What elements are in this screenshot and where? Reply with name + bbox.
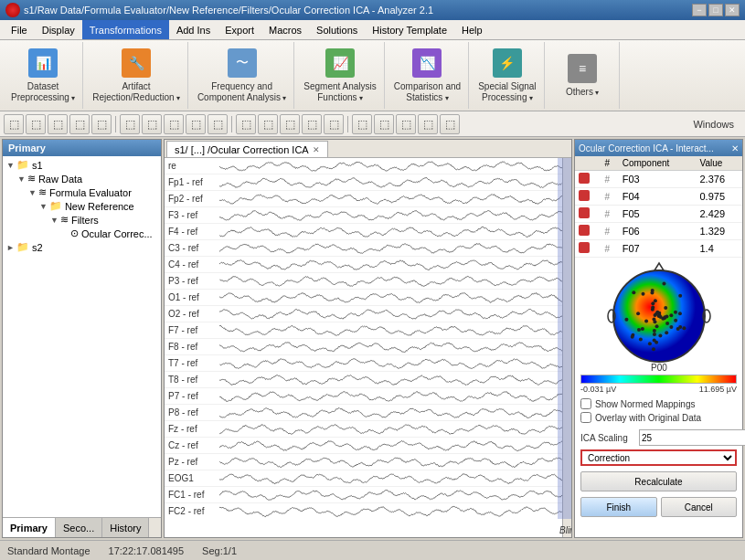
- ribbon-group-1[interactable]: 🔧Artifact Rejection/Reduction ▾: [85, 42, 188, 109]
- svg-point-13: [677, 312, 681, 315]
- channel-signal-3: [219, 208, 562, 223]
- tab-close-button[interactable]: ✕: [313, 145, 320, 154]
- tree-label-2: Formula Evaluator: [49, 187, 132, 198]
- ica-scaling-row: ICA Scaling: [575, 429, 742, 446]
- channel-signal-18: [219, 455, 562, 470]
- menu-item-solutions[interactable]: Solutions: [309, 20, 365, 39]
- ribbon-group-4[interactable]: 📉Comparison and Statistics ▾: [387, 42, 469, 109]
- ica-col-: [575, 156, 601, 171]
- tree-icon-1: ≋: [27, 173, 36, 185]
- eeg-area[interactable]: reFp1 - refFp2 - refF3 - refF4 - refC3 -…: [165, 158, 571, 537]
- toolbar-btn-minus2[interactable]: ⬚: [280, 114, 300, 134]
- menu-item-macros[interactable]: Macros: [261, 20, 309, 39]
- tree-item-6[interactable]: ►📁s2: [5, 240, 159, 254]
- ribbon-group-6[interactable]: ≡Others ▾: [547, 42, 620, 109]
- primary-panel-title: Primary: [8, 143, 46, 153]
- eeg-scrollbar-v[interactable]: [562, 158, 571, 537]
- toolbar-btn-grid5[interactable]: ⬚: [396, 114, 416, 134]
- ica-component-3: F06: [619, 223, 697, 240]
- ribbon-group-5[interactable]: ⚡Special Signal Processing ▾: [471, 42, 544, 109]
- windows-section: Windows: [686, 119, 741, 130]
- toolbar-btn-grid7[interactable]: ⬚: [440, 114, 460, 134]
- menu-item-transformations[interactable]: Transformations: [82, 20, 169, 39]
- toolbar-btn-paste[interactable]: ⬚: [120, 114, 140, 134]
- menu-item-help[interactable]: Help: [454, 20, 490, 39]
- svg-point-43: [652, 333, 655, 336]
- panel-tab-primary[interactable]: Primary: [3, 518, 56, 537]
- menu-item-display[interactable]: Display: [35, 20, 82, 39]
- ica-row-2[interactable]: #F052.429: [575, 206, 742, 223]
- svg-point-50: [630, 335, 633, 339]
- minimize-button[interactable]: −: [692, 4, 707, 16]
- primary-panel-header: Primary: [3, 140, 161, 156]
- channel-signal-21: [219, 504, 562, 519]
- ica-hash-1: #: [601, 188, 618, 206]
- tree-item-1[interactable]: ▼≋Raw Data: [5, 172, 159, 185]
- toolbar-btn-grid2[interactable]: ⬚: [324, 114, 344, 134]
- svg-point-53: [663, 315, 666, 319]
- tree-area[interactable]: ▼📁s1▼≋Raw Data▼≋Formula Evaluator▼📁New R…: [3, 156, 161, 517]
- channel-signal-13: [219, 373, 562, 387]
- channel-signal-14: [219, 389, 562, 404]
- toolbar-btn-copy[interactable]: ⬚: [91, 114, 112, 134]
- channel-row-10: F7 - ref: [165, 322, 562, 339]
- tree-item-2[interactable]: ▼≋Formula Evaluator: [5, 185, 159, 199]
- ica-row-0[interactable]: #F032.376: [575, 171, 742, 188]
- svg-point-5: [662, 282, 665, 286]
- ica-row-4[interactable]: #F071.4: [575, 240, 742, 258]
- toolbar-btn-minus[interactable]: ⬚: [236, 114, 256, 134]
- eeg-channels-container[interactable]: reFp1 - refFp2 - refF3 - refF4 - refC3 -…: [165, 158, 562, 519]
- tree-item-0[interactable]: ▼📁s1: [5, 158, 159, 172]
- menu-item-export[interactable]: Export: [218, 20, 261, 39]
- ica-panel-close[interactable]: ✕: [731, 143, 739, 153]
- ribbon-group-3[interactable]: 📈Segment Analysis Functions ▾: [296, 42, 385, 109]
- ribbon-group-0[interactable]: 📊Dataset Preprocessing ▾: [4, 42, 83, 109]
- toolbar-btn-grid6[interactable]: ⬚: [418, 114, 438, 134]
- toolbar-btn-grid3[interactable]: ⬚: [352, 114, 372, 134]
- panel-tab-seco[interactable]: Seco...: [56, 518, 102, 537]
- close-button[interactable]: ✕: [725, 4, 740, 16]
- checkbox-showNormedMappings[interactable]: [580, 398, 591, 409]
- svg-point-52: [651, 301, 655, 305]
- channel-signal-2: [219, 192, 562, 206]
- tree-item-4[interactable]: ▼≋Filters: [5, 213, 159, 227]
- menu-item-file[interactable]: File: [4, 20, 35, 39]
- ribbon-group-2[interactable]: 〜Frequency and Component Analysis ▾: [190, 42, 294, 109]
- ica-scaling-input[interactable]: [639, 429, 745, 446]
- toolbar-btn-cut[interactable]: ⬚: [69, 114, 90, 134]
- toolbar-btn-undo[interactable]: ⬚: [4, 114, 24, 134]
- status-bar: Standard Montage 17:22:17.081495 Seg:1/1: [0, 540, 745, 560]
- toolbar-btn-zoom[interactable]: ⬚: [48, 114, 68, 134]
- menu-item-history-template[interactable]: History Template: [365, 20, 454, 39]
- menu-item-add-ins[interactable]: Add Ins: [169, 20, 218, 39]
- channel-row-16: Fz - ref: [165, 421, 562, 438]
- toolbar-btn-forward[interactable]: ⬚: [164, 114, 184, 134]
- panel-tab-history[interactable]: History: [102, 518, 149, 537]
- recalculate-button[interactable]: Recalculate: [580, 471, 737, 491]
- option-row-overlayWithOriginal: Overlay with Original Data: [580, 412, 737, 423]
- toolbar-btn-draw[interactable]: ⬚: [186, 114, 206, 134]
- ribbon-arrow-2: ▾: [281, 94, 286, 102]
- cancel-button[interactable]: Cancel: [661, 497, 738, 517]
- toolbar-btn-plus2[interactable]: ⬚: [258, 114, 278, 134]
- svg-point-22: [674, 319, 677, 322]
- ica-row-3[interactable]: #F061.329: [575, 223, 742, 240]
- svg-point-24: [653, 320, 656, 323]
- maximize-button[interactable]: □: [708, 4, 723, 16]
- checkbox-overlayWithOriginal[interactable]: [580, 412, 591, 423]
- toolbar-btn-grid4[interactable]: ⬚: [374, 114, 394, 134]
- main-tab[interactable]: s1/ [...] /Ocular Correction ICA✕: [166, 141, 328, 157]
- tree-item-5[interactable]: ⊙Ocular Correc...: [5, 227, 159, 240]
- svg-point-10: [632, 291, 635, 294]
- ica-row-1[interactable]: #F040.975: [575, 188, 742, 206]
- toolbar-btn-back[interactable]: ⬚: [142, 114, 162, 134]
- tree-item-3[interactable]: ▼📁New Reference: [5, 199, 159, 213]
- correction-select[interactable]: Correction: [580, 449, 737, 466]
- toolbar-btn-redo[interactable]: ⬚: [26, 114, 46, 134]
- channel-row-21: FC2 - ref: [165, 503, 562, 519]
- toolbar-btn-grid1[interactable]: ⬚: [302, 114, 322, 134]
- correction-row: Correction: [575, 449, 742, 466]
- finish-button[interactable]: Finish: [580, 497, 657, 517]
- toolbar-btn-plus[interactable]: ⬚: [208, 114, 228, 134]
- ribbon-label-0: Dataset Preprocessing ▾: [11, 81, 75, 103]
